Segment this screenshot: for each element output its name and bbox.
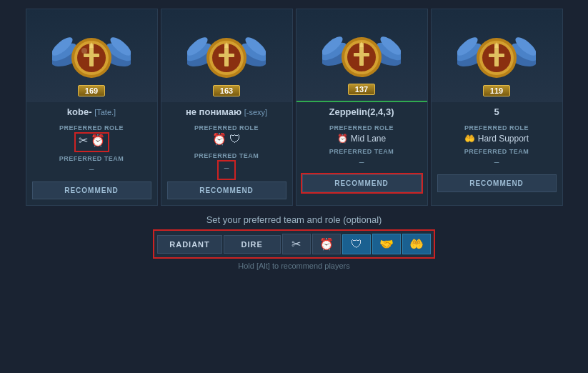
- bottom-section: Set your preferred team and role (option…: [0, 212, 588, 270]
- support-icon: ⏰: [319, 237, 334, 251]
- preferred-team-label-3: PREFERRED TEAM: [329, 148, 394, 155]
- svg-rect-10: [84, 54, 99, 57]
- role-icon-2b: 🛡: [229, 134, 241, 145]
- player-avatar-1: 169: [26, 9, 157, 102]
- recommend-button-3[interactable]: RECOMMEND: [302, 174, 422, 192]
- svg-rect-35: [354, 53, 369, 56]
- radiant-button[interactable]: RADIANT: [157, 235, 222, 254]
- preferred-role-label-1: PREFERRED ROLE: [59, 124, 124, 131]
- player-name-2: не понимаю [-sexy]: [183, 106, 270, 117]
- role-name-3: Mid Lane: [351, 134, 386, 144]
- preferred-team-value-3: –: [359, 157, 364, 167]
- role-name-4: Hard Support: [478, 134, 529, 144]
- hard-support-icon: 🤲: [409, 237, 424, 251]
- role-icon-1b: ⏰: [91, 135, 105, 146]
- set-team-label: Set your preferred team and role (option…: [206, 214, 382, 225]
- preferred-role-section-1: ✂ ⏰: [76, 134, 108, 151]
- role-icons-1: ✂ ⏰: [79, 135, 105, 146]
- player-card-2: 163 не понимаю [-sexy] PREFERRED ROLE ⏰ …: [161, 9, 293, 206]
- carry-role-button[interactable]: ✂: [282, 234, 311, 254]
- svg-rect-23: [219, 54, 234, 57]
- preferred-team-label-2: PREFERRED TEAM: [194, 152, 259, 159]
- player-avatar-3: 137: [297, 9, 427, 102]
- mmr-badge-4: 119: [483, 85, 510, 96]
- role-icons-2: ⏰ 🛡: [212, 134, 241, 145]
- hold-alt-text: Hold [Alt] to recommend players: [238, 262, 350, 270]
- role-icon-4: 🤲: [464, 134, 475, 144]
- support-role-button[interactable]: ⏰: [312, 234, 341, 254]
- soft-support-role-button[interactable]: 🤝: [372, 234, 401, 254]
- medal-svg-4: [457, 16, 536, 95]
- players-container: 169 kobe- [Tate.] PREFERRED ROLE ✂ ⏰ PRE…: [0, 0, 588, 212]
- dire-button[interactable]: DIRE: [224, 235, 281, 254]
- preferred-role-label-2: PREFERRED ROLE: [194, 124, 259, 131]
- svg-point-12: [81, 48, 87, 54]
- player-name-3: Zeppelin(2,4,3): [326, 106, 397, 117]
- preferred-team-value-1: –: [89, 164, 94, 174]
- player-avatar-2: 163: [161, 9, 292, 102]
- preferred-role-label-4: PREFERRED ROLE: [464, 124, 529, 131]
- player-card-1: 169 kobe- [Tate.] PREFERRED ROLE ✂ ⏰ PRE…: [26, 9, 158, 206]
- preferred-team-value-4: –: [494, 157, 499, 167]
- mmr-badge-2: 163: [213, 85, 240, 96]
- player-card-4: 119 5 PREFERRED ROLE 🤲 Hard Support PREF…: [431, 9, 563, 206]
- offlane-icon: 🛡: [351, 238, 362, 251]
- soft-support-icon: 🤝: [379, 237, 394, 251]
- player-name-4: 5: [491, 106, 502, 117]
- player-card-3: 137 Zeppelin(2,4,3) PREFERRED ROLE ⏰ Mid…: [296, 9, 428, 206]
- recommend-button-2[interactable]: RECOMMEND: [167, 181, 286, 199]
- role-icon-2a: ⏰: [212, 134, 226, 145]
- role-text-4: 🤲 Hard Support: [464, 134, 529, 144]
- player-avatar-4: 119: [432, 9, 562, 102]
- medal-svg-2: [187, 16, 266, 95]
- player-name-1: kobe- [Tate.]: [64, 106, 119, 117]
- medal-svg-3: [322, 16, 401, 94]
- offlane-role-button[interactable]: 🛡: [342, 234, 371, 254]
- recommend-button-4[interactable]: RECOMMEND: [437, 174, 557, 192]
- recommend-button-1[interactable]: RECOMMEND: [32, 181, 151, 199]
- role-icon-1a: ✂: [79, 135, 88, 146]
- mmr-badge-3: 137: [348, 84, 375, 95]
- preferred-team-section-2: –: [219, 161, 235, 179]
- preferred-team-label-1: PREFERRED TEAM: [59, 155, 124, 162]
- carry-icon: ✂: [291, 237, 301, 251]
- bottom-controls: RADIANT DIRE ✂ ⏰ 🛡 🤝 🤲: [154, 231, 434, 257]
- role-icon-3: ⏰: [337, 134, 348, 144]
- preferred-role-label-3: PREFERRED ROLE: [329, 124, 394, 131]
- preferred-team-label-4: PREFERRED TEAM: [464, 148, 529, 155]
- medal-svg-1: [52, 16, 131, 95]
- preferred-team-value-2: –: [224, 163, 229, 173]
- hard-support-role-button[interactable]: 🤲: [402, 234, 431, 254]
- svg-rect-47: [489, 54, 504, 57]
- mmr-badge-1: 169: [78, 85, 105, 96]
- role-text-3: ⏰ Mid Lane: [337, 134, 386, 144]
